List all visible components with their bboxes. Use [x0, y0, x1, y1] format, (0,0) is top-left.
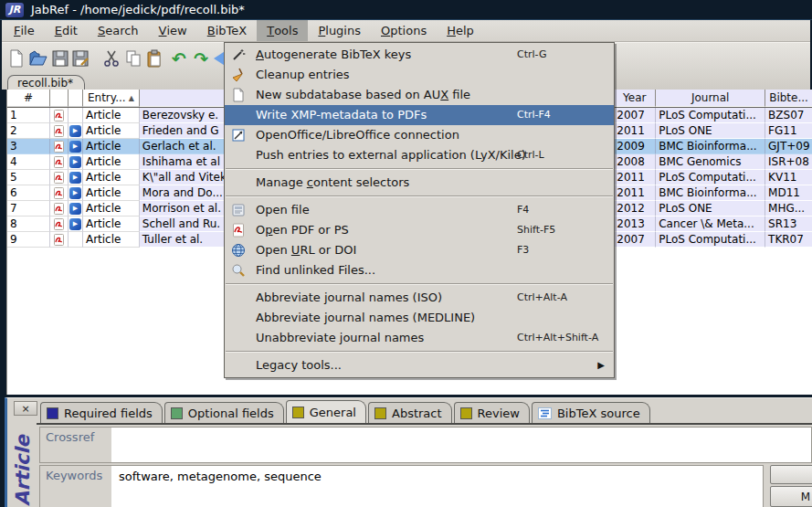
menuitem-open-file[interactable]: Open file F4	[225, 200, 614, 220]
tab-general[interactable]: General	[286, 400, 366, 423]
url-link-icon[interactable]: ▶	[69, 203, 81, 215]
column-header-entrytype[interactable]: Entry...▲	[83, 90, 140, 107]
new-file-icon	[231, 88, 246, 102]
pdf-file-icon[interactable]	[54, 203, 64, 215]
save-database-button[interactable]	[49, 47, 71, 70]
redo-button[interactable]: ↷	[190, 47, 212, 70]
pdf-file-icon[interactable]	[54, 234, 64, 246]
menu-tools[interactable]: Tools	[257, 20, 308, 41]
url-link-icon[interactable]: ▶	[69, 187, 81, 199]
menu-help[interactable]: Help	[437, 20, 484, 41]
open-file-icon	[231, 203, 246, 217]
column-header-year[interactable]: Year	[614, 90, 656, 107]
column-header-journal[interactable]: Journal	[656, 90, 765, 107]
entry-editor-tabs: Required fields Optional fields General …	[40, 400, 650, 423]
menu-options[interactable]: Options	[371, 20, 437, 41]
submenu-arrow-icon: ▶	[597, 355, 605, 375]
entry-type-label: Article	[12, 428, 34, 506]
pdf-file-icon[interactable]	[54, 218, 64, 230]
menu-file[interactable]: File	[4, 20, 45, 41]
menuitem-open-pdf-ps[interactable]: Open PDF or PS Shift-F5	[225, 220, 614, 240]
tab-abstract[interactable]: Abstract	[368, 402, 452, 423]
menuitem-autogenerate-keys[interactable]: Autogenerate BibTeX keys Ctrl-G	[225, 45, 614, 65]
menuitem-unabbreviate[interactable]: Unabbreviate journal names Ctrl+Alt+Shif…	[225, 328, 614, 348]
menuitem-find-unlinked-files[interactable]: Find unlinked Files...	[225, 260, 614, 280]
menu-bibtex[interactable]: BibTeX	[197, 20, 257, 41]
url-link-icon[interactable]: ▶	[69, 172, 81, 184]
menuitem-legacy-tools[interactable]: Legacy tools... ▶	[225, 355, 614, 375]
keywords-input[interactable]: software, metagenome, sequence	[111, 465, 764, 507]
menu-plugins[interactable]: Plugins	[308, 20, 371, 41]
jabref-window: JR JabRef - /home/jedick/pdf/recoll.bib*…	[0, 0, 812, 507]
copy-button[interactable]	[122, 47, 144, 70]
undo-button[interactable]: ↶	[168, 47, 190, 70]
tab-bibtex-source[interactable]: BibTeX source	[532, 402, 650, 423]
required-fields-color-icon	[47, 407, 58, 419]
menu-separator	[226, 283, 613, 285]
copy-icon	[124, 49, 142, 68]
save-icon	[51, 49, 69, 68]
menu-bar: File Edit Search View BibTeX Tools Plugi…	[2, 20, 810, 42]
url-link-icon[interactable]: ▶	[69, 218, 81, 230]
menuitem-push-entries[interactable]: Push entries to external application (Ly…	[225, 145, 614, 165]
tools-dropdown-menu: Autogenerate BibTeX keys Ctrl-G Cleanup …	[224, 42, 615, 378]
url-link-icon[interactable]: ▶	[69, 156, 81, 168]
cleanup-broom-icon	[231, 68, 246, 82]
column-header-url[interactable]	[69, 90, 83, 107]
menuitem-manage-content-selectors[interactable]: Manage content selectors	[225, 173, 614, 193]
openoffice-connection-icon	[231, 128, 246, 143]
url-link-icon[interactable]: ▶	[69, 125, 81, 137]
pdf-file-icon[interactable]	[54, 141, 64, 153]
cut-button[interactable]	[100, 47, 122, 70]
new-database-button[interactable]	[5, 47, 27, 70]
magic-wand-icon	[231, 48, 246, 62]
paste-button[interactable]	[143, 47, 165, 70]
url-link-icon[interactable]: ▶	[69, 141, 81, 153]
tabs-divider	[37, 423, 812, 425]
column-header-file[interactable]	[50, 90, 69, 107]
tab-review[interactable]: Review	[454, 402, 530, 423]
menuitem-write-xmp-metadata[interactable]: Write XMP-metadata to PDFs Ctrl-F4	[225, 105, 614, 125]
column-header-bibtexkey[interactable]: Bibte...	[765, 90, 812, 107]
menu-edit[interactable]: Edit	[45, 20, 88, 41]
tab-optional-fields[interactable]: Optional fields	[164, 402, 284, 423]
bibtex-source-icon	[538, 407, 552, 419]
column-header-number[interactable]: #	[7, 90, 50, 107]
menu-separator	[226, 168, 613, 170]
magnifier-icon	[231, 263, 246, 278]
pdf-file-icon[interactable]	[54, 125, 64, 137]
menu-view[interactable]: View	[149, 20, 197, 41]
menuitem-abbreviate-iso[interactable]: Abbreviate journal names (ISO) Ctrl+Alt-…	[225, 288, 614, 308]
globe-icon	[231, 243, 246, 258]
redo-icon: ↷	[194, 50, 208, 68]
pdf-file-icon[interactable]	[54, 172, 64, 184]
tab-required-fields[interactable]: Required fields	[40, 402, 163, 423]
open-database-button[interactable]	[27, 47, 49, 70]
sort-ascending-icon: ▲	[129, 94, 134, 102]
window-title: JabRef - /home/jedick/pdf/recoll.bib*	[31, 3, 245, 16]
entry-editor-panel: × Required fields Optional fields Genera…	[5, 397, 812, 507]
menuitem-cleanup-entries[interactable]: Cleanup entries	[225, 65, 614, 85]
menuitem-open-url-doi[interactable]: Open URL or DOI F3	[225, 240, 614, 260]
optional-fields-color-icon	[171, 407, 183, 419]
entry-editor-close-button[interactable]: ×	[14, 401, 37, 416]
menuitem-new-subdatabase[interactable]: New subdatabase based on AUX file	[225, 85, 614, 105]
pdf-file-icon[interactable]	[54, 156, 64, 168]
keywords-field-label: Keywords	[39, 465, 112, 507]
menu-search[interactable]: Search	[88, 20, 149, 41]
crossref-input[interactable]	[111, 427, 812, 463]
pdf-file-icon[interactable]	[54, 187, 64, 199]
manage-selector-button[interactable]: M	[770, 486, 812, 507]
file-tab-recoll[interactable]: recoll.bib*	[7, 75, 85, 90]
abstract-color-icon	[374, 407, 386, 419]
cut-scissors-icon	[102, 49, 121, 68]
new-file-icon	[7, 48, 26, 69]
save-as-icon	[71, 49, 90, 68]
title-bar: JR JabRef - /home/jedick/pdf/recoll.bib*	[0, 0, 812, 20]
save-as-button[interactable]	[69, 47, 91, 70]
field-extra-button[interactable]	[770, 465, 812, 484]
menuitem-abbreviate-medline[interactable]: Abbreviate journal names (MEDLINE)	[225, 308, 614, 328]
menuitem-openoffice-connection[interactable]: OpenOffice/LibreOffice connection	[225, 125, 614, 145]
pdf-file-icon[interactable]	[54, 110, 64, 121]
general-color-icon	[292, 407, 304, 418]
